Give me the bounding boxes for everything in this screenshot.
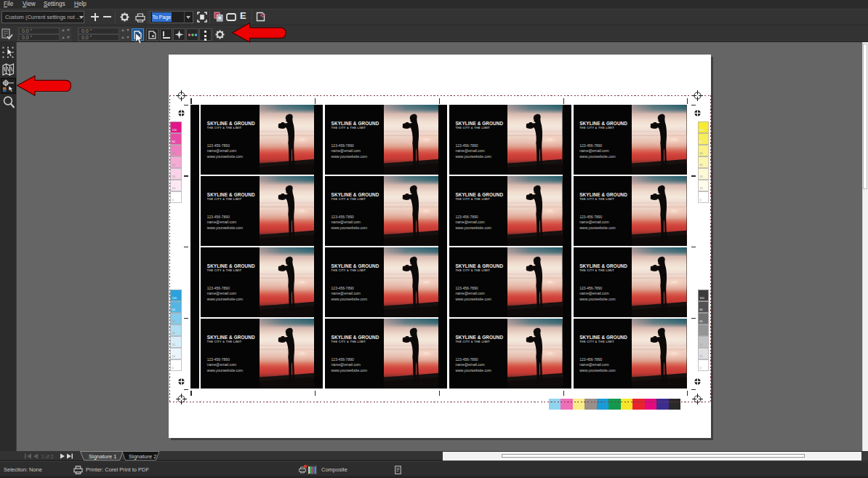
svg-text:Signature 2: Signature 2 xyxy=(129,453,156,460)
svg-text:Signature 1: Signature 1 xyxy=(89,453,116,460)
svg-text:1 of 2: 1 of 2 xyxy=(41,454,54,459)
